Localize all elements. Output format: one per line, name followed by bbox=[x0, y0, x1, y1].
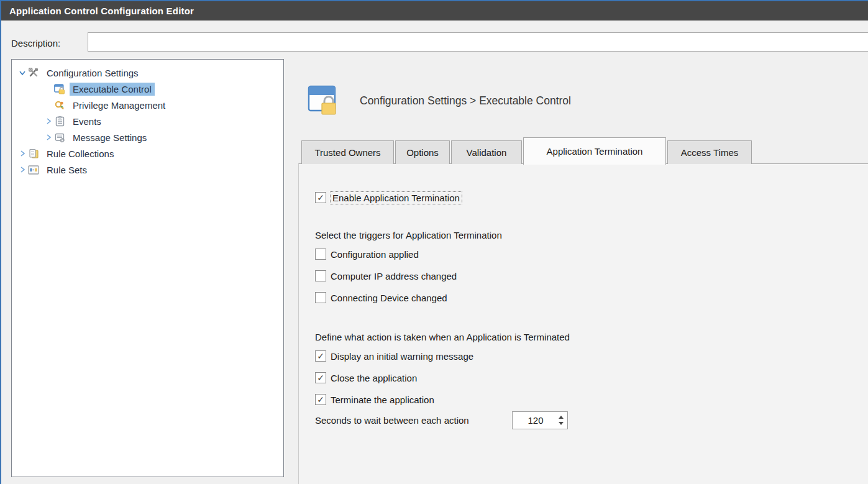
computer-ip-changed-checkbox[interactable] bbox=[315, 270, 326, 281]
chevron-right-icon[interactable] bbox=[43, 133, 54, 142]
tab-validation[interactable]: Validation bbox=[451, 140, 522, 164]
enable-application-termination-label[interactable]: Enable Application Termination bbox=[331, 192, 462, 204]
window-title: Application Control Configuration Editor bbox=[9, 6, 194, 16]
terminate-application-row: Terminate the application bbox=[315, 393, 434, 406]
breadcrumb: Configuration Settings > Executable Cont… bbox=[360, 94, 571, 107]
tab-trusted-owners[interactable]: Trusted Owners bbox=[301, 140, 394, 164]
sidebar-item-rule-collections[interactable]: Rule Collections bbox=[12, 145, 283, 162]
sidebar-item-configuration-settings[interactable]: Configuration Settings bbox=[12, 65, 283, 81]
terminate-application-label[interactable]: Terminate the application bbox=[331, 395, 434, 405]
description-label: Description: bbox=[11, 38, 60, 48]
sidebar-item-label[interactable]: Executable Control bbox=[70, 83, 155, 96]
description-input[interactable] bbox=[88, 32, 868, 52]
tab-strip: Trusted Owners Options Validation Applic… bbox=[301, 137, 753, 164]
chevron-down-icon[interactable] bbox=[17, 68, 28, 77]
chevron-right-icon[interactable] bbox=[17, 149, 28, 158]
key-user-icon bbox=[54, 100, 65, 111]
sidebar-item-label[interactable]: Privilege Management bbox=[70, 99, 168, 112]
sidebar-item-label[interactable]: Rule Collections bbox=[43, 147, 117, 160]
window-lock-icon bbox=[54, 84, 65, 94]
configuration-tree: Configuration Settings Executable Contro… bbox=[11, 59, 284, 477]
close-application-checkbox[interactable] bbox=[315, 372, 326, 383]
actions-heading: Define what action is taken when an Appl… bbox=[315, 332, 570, 342]
connecting-device-changed-row: Connecting Device changed bbox=[315, 291, 447, 304]
display-warning-checkbox[interactable] bbox=[315, 350, 326, 362]
tools-icon bbox=[28, 68, 39, 78]
enable-application-termination-checkbox[interactable] bbox=[315, 192, 326, 203]
configuration-applied-checkbox[interactable] bbox=[315, 249, 326, 260]
triggers-heading: Select the triggers for Application Term… bbox=[315, 230, 502, 240]
application-window: Application Control Configuration Editor… bbox=[0, 0, 868, 484]
sidebar-item-label[interactable]: Message Settings bbox=[70, 131, 150, 144]
sidebar-item-events[interactable]: Events bbox=[12, 113, 283, 129]
enable-application-termination-row: Enable Application Termination bbox=[315, 191, 462, 204]
connecting-device-changed-label[interactable]: Connecting Device changed bbox=[331, 293, 447, 303]
display-warning-label[interactable]: Display an initial warning message bbox=[331, 351, 473, 362]
tab-application-termination[interactable]: Application Termination bbox=[523, 137, 666, 165]
computer-ip-changed-row: Computer IP address changed bbox=[315, 269, 457, 283]
sidebar-item-privilege-management[interactable]: Privilege Management bbox=[12, 97, 283, 113]
sidebar-item-label[interactable]: Events bbox=[70, 115, 104, 128]
wait-seconds-value[interactable]: 120 bbox=[513, 415, 556, 426]
clipboard-icon bbox=[54, 116, 65, 127]
computer-ip-changed-label[interactable]: Computer IP address changed bbox=[331, 271, 457, 281]
wait-seconds-label: Seconds to wait between each action bbox=[315, 415, 469, 426]
configuration-applied-row: Configuration applied bbox=[315, 247, 419, 261]
executable-control-header-icon bbox=[308, 84, 340, 117]
connecting-device-changed-checkbox[interactable] bbox=[315, 292, 326, 303]
close-application-row: Close the application bbox=[315, 371, 417, 385]
sidebar-item-label[interactable]: Rule Sets bbox=[43, 163, 90, 176]
sidebar-item-message-settings[interactable]: Message Settings bbox=[12, 129, 283, 145]
spinner-down-button[interactable] bbox=[559, 422, 564, 425]
sidebar-item-executable-control[interactable]: Executable Control bbox=[12, 81, 283, 97]
terminate-application-checkbox[interactable] bbox=[315, 394, 326, 405]
tab-access-times[interactable]: Access Times bbox=[667, 140, 752, 164]
close-application-label[interactable]: Close the application bbox=[331, 373, 417, 383]
chevron-right-icon[interactable] bbox=[17, 165, 28, 174]
message-gear-icon bbox=[54, 132, 65, 143]
display-warning-row: Display an initial warning message bbox=[315, 349, 473, 363]
sidebar-item-rule-sets[interactable]: Rule Sets bbox=[12, 162, 283, 178]
spinner-buttons bbox=[556, 416, 567, 425]
wait-seconds-spinner[interactable]: 120 bbox=[512, 411, 568, 429]
tab-page bbox=[298, 163, 868, 484]
sidebar-item-label[interactable]: Configuration Settings bbox=[43, 66, 142, 80]
configuration-applied-label[interactable]: Configuration applied bbox=[331, 249, 419, 260]
spinner-up-button[interactable] bbox=[559, 416, 564, 419]
tab-options[interactable]: Options bbox=[395, 140, 450, 164]
chevron-right-icon[interactable] bbox=[43, 117, 54, 126]
title-bar: Application Control Configuration Editor bbox=[1, 1, 868, 21]
rule-sets-icon bbox=[28, 165, 39, 175]
documents-stack-icon bbox=[28, 148, 39, 159]
